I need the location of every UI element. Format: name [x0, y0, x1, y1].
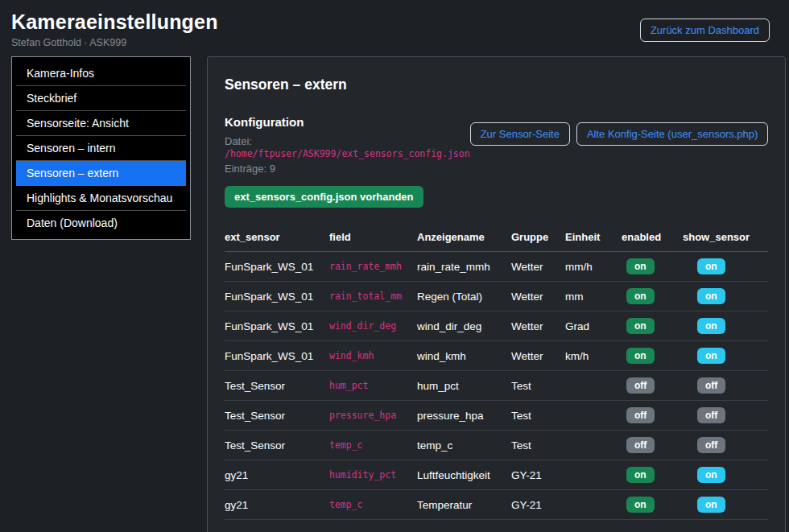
show-sensor-toggle[interactable]: off [697, 437, 725, 453]
page-subtitle: Stefan Gotthold · ASK999 [11, 37, 218, 48]
cell-gruppe: Wetter [511, 282, 565, 311]
sidebar-item[interactable]: Daten (Download) [16, 211, 186, 235]
cell-field: pressure_hpa [329, 401, 417, 431]
cell-anzeigename: wind_kmh [417, 341, 511, 371]
table-row: FunSpark_WS_01rain_rate_mmhrain_rate_mmh… [225, 252, 768, 282]
cell-anzeigename: wind_dir_deg [417, 311, 511, 341]
show-sensor-toggle[interactable]: off [697, 407, 725, 423]
cell-einheit [565, 460, 622, 490]
enabled-toggle[interactable]: on [626, 497, 655, 513]
enabled-toggle[interactable]: off [626, 377, 655, 394]
config-entries-line: Einträge: 9 [225, 163, 470, 175]
sensors-table-body: FunSpark_WS_01rain_rate_mmhrain_rate_mmh… [225, 252, 768, 520]
table-row: Test_Sensortemp_ctemp_cTestoffoff [225, 431, 768, 460]
enabled-cell: on [622, 460, 683, 490]
cell-ext-sensor: gy21 [225, 460, 329, 490]
config-buttons: Zur Sensor-Seite Alte Konfig-Seite (user… [470, 122, 769, 146]
config-file-path: /home/ftpuser/ASK999/ext_sensors_config.… [225, 148, 470, 159]
enabled-toggle[interactable]: off [626, 437, 655, 453]
page-header: Kameraeinstellungen Stefan Gotthold · AS… [0, 0, 789, 56]
cell-anzeigename: Luftfeuchtigkeit [417, 460, 511, 490]
config-info: Konfiguration Datei: /home/ftpuser/ASK99… [225, 115, 470, 175]
column-header: Gruppe [511, 228, 565, 252]
table-row: FunSpark_WS_01wind_dir_degwind_dir_degWe… [225, 311, 768, 341]
config-entries-count: 9 [270, 163, 275, 175]
cell-gruppe: Test [511, 401, 565, 431]
table-row: FunSpark_WS_01wind_kmhwind_kmhWetterkm/h… [225, 341, 768, 371]
main-panel: Sensoren – extern Konfiguration Datei: /… [207, 56, 786, 532]
cell-ext-sensor: FunSpark_WS_01 [225, 341, 329, 371]
enabled-toggle[interactable]: on [626, 288, 655, 304]
enabled-toggle[interactable]: off [626, 407, 655, 423]
cell-anzeigename: hum_pct [417, 371, 511, 401]
enabled-cell: on [622, 282, 683, 311]
cell-gruppe: GY-21 [511, 460, 565, 490]
show-sensor-toggle[interactable]: on [697, 497, 725, 513]
cell-field: rain_rate_mmh [329, 252, 417, 282]
config-heading: Konfiguration [225, 115, 470, 129]
sidebar-item[interactable]: Steckbrief [16, 86, 186, 111]
cell-field: temp_c [329, 431, 417, 460]
show-sensor-toggle[interactable]: on [697, 288, 725, 304]
column-header: ext_sensor [225, 228, 329, 252]
column-header: Anzeigename [417, 228, 511, 252]
back-to-dashboard-button[interactable]: Zurück zum Dashboard [640, 19, 770, 42]
enabled-toggle[interactable]: on [626, 348, 655, 364]
config-entries-label: Einträge: [225, 163, 266, 175]
old-config-page-button[interactable]: Alte Konfig-Seite (user_sensors.php) [576, 122, 768, 146]
cell-einheit: mm [565, 282, 622, 311]
show-sensor-cell: off [683, 431, 768, 460]
cell-gruppe: Wetter [511, 252, 565, 282]
cell-einheit [565, 401, 622, 431]
show-sensor-cell: on [683, 341, 768, 371]
table-row: Test_Sensorpressure_hpapressure_hpaTesto… [225, 401, 768, 431]
sidebar-nav: Kamera-InfosSteckbriefSensorseite: Ansic… [11, 56, 191, 240]
sensors-table: ext_sensorfieldAnzeigenameGruppeEinheite… [225, 228, 768, 520]
column-header: field [329, 228, 417, 252]
cell-gruppe: Wetter [511, 311, 565, 341]
cell-anzeigename: Temperatur [417, 490, 511, 520]
cell-einheit: km/h [565, 341, 622, 371]
content-area: Kamera-InfosSteckbriefSensorseite: Ansic… [0, 56, 789, 532]
show-sensor-cell: on [683, 460, 768, 490]
enabled-toggle[interactable]: on [626, 258, 655, 274]
enabled-cell: off [622, 371, 683, 401]
column-header: enabled [622, 228, 683, 252]
cell-field: wind_dir_deg [329, 311, 417, 341]
enabled-cell: on [622, 311, 683, 341]
cell-gruppe: GY-21 [511, 490, 565, 520]
sidebar-item[interactable]: Kamera-Infos [16, 61, 186, 86]
cell-ext-sensor: FunSpark_WS_01 [225, 311, 329, 341]
cell-anzeigename: pressure_hpa [417, 401, 511, 431]
config-status-badge: ext_sensors_config.json vorhanden [225, 186, 423, 208]
cell-einheit: Grad [565, 311, 622, 341]
cell-anzeigename: temp_c [417, 431, 511, 460]
cell-einheit [565, 431, 622, 460]
header-titles: Kameraeinstellungen Stefan Gotthold · AS… [11, 10, 218, 48]
sidebar-item-active[interactable]: Sensoren – extern [16, 161, 186, 186]
sidebar-item[interactable]: Sensoren – intern [16, 136, 186, 161]
cell-ext-sensor: FunSpark_WS_01 [225, 282, 329, 311]
show-sensor-toggle[interactable]: on [697, 318, 725, 334]
cell-ext-sensor: FunSpark_WS_01 [225, 252, 329, 282]
show-sensor-toggle[interactable]: off [697, 377, 725, 394]
enabled-cell: on [622, 490, 683, 520]
cell-field: wind_kmh [329, 341, 417, 371]
cell-field: rain_total_mm [329, 282, 417, 311]
sidebar-item[interactable]: Highlights & Monatsvorschau [16, 186, 186, 211]
table-row: FunSpark_WS_01rain_total_mmRegen (Total)… [225, 282, 768, 311]
show-sensor-toggle[interactable]: on [697, 348, 725, 364]
show-sensor-cell: on [683, 282, 768, 311]
show-sensor-toggle[interactable]: on [697, 258, 725, 274]
sidebar-item[interactable]: Sensorseite: Ansicht [16, 111, 186, 136]
cell-einheit [565, 371, 622, 401]
enabled-toggle[interactable]: on [626, 318, 655, 334]
cell-einheit [565, 490, 622, 520]
show-sensor-cell: on [683, 311, 768, 341]
cell-field: humidity_pct [329, 460, 417, 490]
sensor-page-button[interactable]: Zur Sensor-Seite [470, 122, 570, 146]
config-file-line: Datei: /home/ftpuser/ASK999/ext_sensors_… [225, 135, 470, 159]
show-sensor-toggle[interactable]: on [697, 467, 725, 483]
sensors-table-head: ext_sensorfieldAnzeigenameGruppeEinheite… [225, 228, 768, 252]
enabled-toggle[interactable]: on [626, 467, 655, 483]
